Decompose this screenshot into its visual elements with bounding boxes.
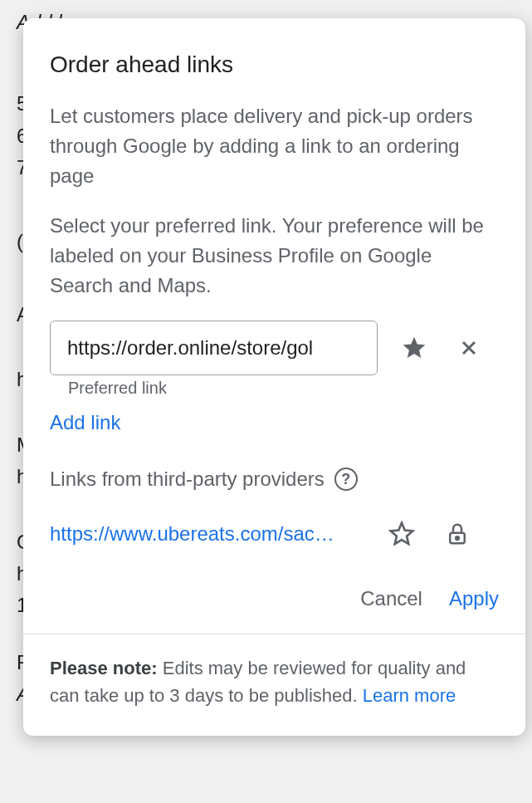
input-helper-text: Preferred link	[68, 379, 499, 398]
order-ahead-links-modal: Order ahead links Let customers place de…	[23, 18, 525, 736]
modal-title: Order ahead links	[50, 51, 499, 78]
star-outline-icon	[388, 521, 415, 547]
third-party-link[interactable]: https://www.ubereats.com/sac…	[50, 522, 365, 546]
svg-point-1	[456, 536, 459, 540]
remove-link-button[interactable]	[451, 330, 487, 366]
third-party-label: Links from third-party providers	[50, 468, 325, 491]
add-link-button[interactable]: Add link	[50, 411, 120, 434]
lock-icon-wrapper	[438, 515, 476, 553]
help-icon[interactable]: ?	[334, 468, 358, 491]
close-icon	[457, 336, 481, 360]
apply-button[interactable]: Apply	[449, 587, 499, 610]
star-filled-icon	[401, 335, 427, 361]
lock-icon	[445, 521, 470, 546]
cancel-button[interactable]: Cancel	[360, 587, 422, 610]
preferred-link-input[interactable]	[50, 321, 378, 375]
third-party-star-button[interactable]	[382, 514, 422, 554]
modal-description-2: Select your preferred link. Your prefere…	[50, 211, 499, 301]
preferred-star-button[interactable]	[394, 328, 434, 368]
learn-more-link[interactable]: Learn more	[363, 685, 456, 706]
footer-note: Please note: Edits may be reviewed for q…	[23, 634, 525, 736]
modal-description-1: Let customers place delivery and pick-up…	[50, 101, 499, 191]
note-label: Please note:	[50, 658, 158, 678]
